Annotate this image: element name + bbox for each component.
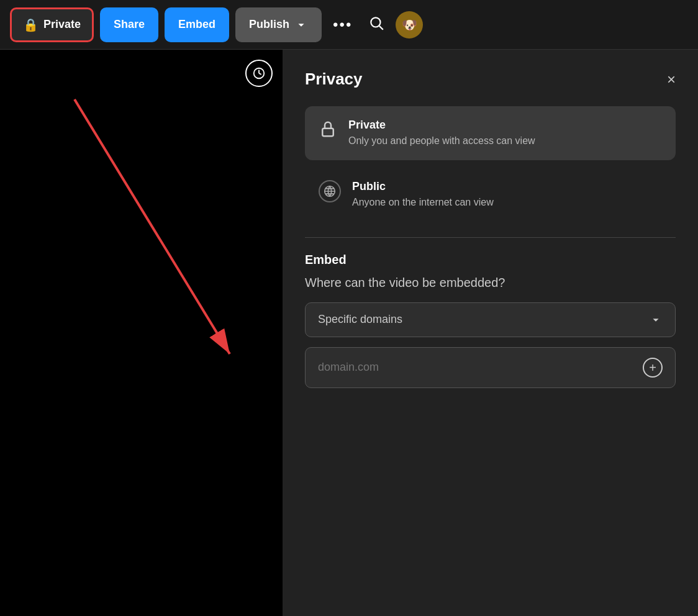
- embed-question: Where can the video be embedded?: [305, 276, 676, 290]
- add-domain-button[interactable]: +: [643, 358, 663, 378]
- private-label: Private: [43, 18, 81, 31]
- more-label: •••: [333, 16, 352, 33]
- publish-button[interactable]: Publish: [235, 7, 322, 42]
- public-option[interactable]: Public Anyone on the internet can view: [305, 168, 676, 222]
- dropdown-label: Specific domains: [318, 313, 402, 326]
- embed-title: Embed: [305, 253, 676, 267]
- embed-button[interactable]: Embed: [165, 7, 229, 42]
- svg-line-4: [259, 73, 261, 75]
- avatar[interactable]: 🐶: [396, 11, 423, 38]
- header: 🔒 Private Share Embed Publish ••• 🐶: [0, 0, 698, 50]
- search-button[interactable]: [363, 15, 389, 35]
- plus-icon: +: [643, 358, 663, 378]
- privacy-panel: Privacy × Private Only you and people wi…: [283, 50, 698, 616]
- domain-input[interactable]: [318, 361, 643, 374]
- private-option-desc: Only you and people with access can view: [348, 134, 535, 148]
- private-button[interactable]: 🔒 Private: [10, 7, 94, 42]
- divider: [305, 237, 676, 238]
- globe-icon: [319, 180, 341, 202]
- public-option-title: Public: [352, 180, 494, 193]
- lock-option-icon: [319, 120, 337, 143]
- svg-line-1: [379, 25, 383, 29]
- more-button[interactable]: •••: [328, 16, 357, 34]
- embed-section: Embed Where can the video be embedded? S…: [305, 253, 676, 388]
- share-label: Share: [114, 18, 145, 30]
- close-icon: ×: [667, 71, 676, 88]
- close-button[interactable]: ×: [667, 72, 676, 87]
- search-icon: [368, 15, 384, 31]
- svg-point-0: [371, 17, 381, 27]
- share-button[interactable]: Share: [100, 7, 158, 42]
- domain-input-wrap: +: [305, 347, 676, 388]
- embed-label: Embed: [178, 18, 215, 30]
- lock-icon: 🔒: [23, 17, 39, 32]
- private-option-content: Private Only you and people with access …: [348, 119, 535, 148]
- video-panel: [0, 50, 283, 616]
- panel-header: Privacy ×: [305, 70, 676, 89]
- panel-title: Privacy: [305, 70, 363, 89]
- dropdown-chevron-icon: [649, 313, 663, 327]
- publish-label: Publish: [249, 18, 289, 31]
- clock-icon: [245, 60, 273, 87]
- public-option-content: Public Anyone on the internet can view: [352, 180, 494, 209]
- public-option-desc: Anyone on the internet can view: [352, 196, 494, 209]
- embed-dropdown[interactable]: Specific domains: [305, 302, 676, 337]
- private-option[interactable]: Private Only you and people with access …: [305, 106, 676, 160]
- svg-rect-7: [322, 129, 333, 137]
- video-placeholder: [0, 50, 283, 616]
- main-content: Privacy × Private Only you and people wi…: [0, 50, 698, 616]
- private-option-title: Private: [348, 119, 535, 132]
- chevron-down-icon: [294, 18, 308, 32]
